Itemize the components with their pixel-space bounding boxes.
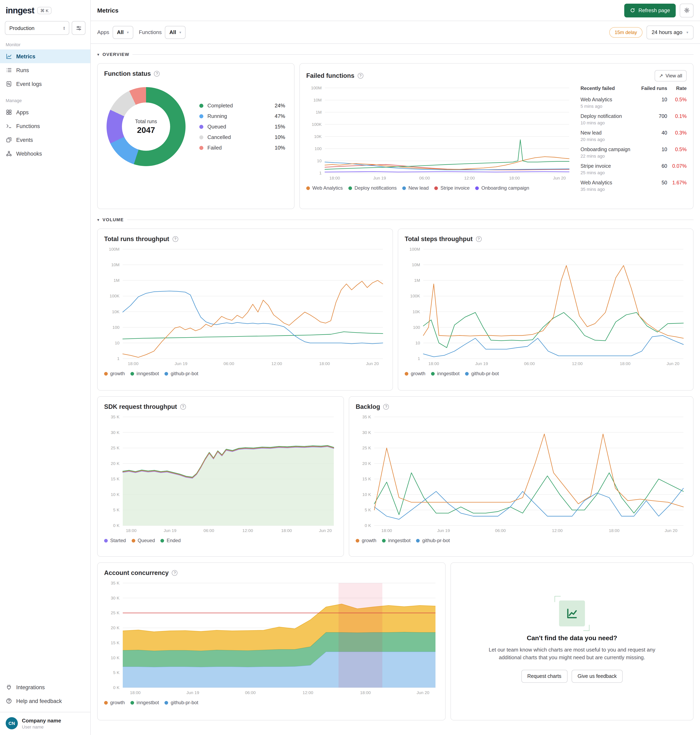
svg-text:15 K: 15 K (362, 476, 371, 481)
info-icon[interactable]: ? (172, 570, 178, 576)
legend-dot-icon (382, 539, 386, 542)
settings-button[interactable] (680, 3, 694, 17)
svg-text:30 K: 30 K (111, 430, 119, 435)
content: ▾ OVERVIEW Function status ? (91, 44, 700, 726)
sdk-legend: StartedQueuedEnded (104, 538, 337, 544)
chevron-down-icon: ▾ (127, 30, 129, 34)
function-status-donut: Total runs 2047 (107, 87, 185, 166)
info-icon[interactable]: ? (180, 404, 186, 409)
recently-failed-row[interactable]: Onboarding campaign22 mins ago100.5% (581, 144, 687, 161)
svg-text:1M: 1M (114, 278, 119, 283)
integrations-icon (6, 684, 12, 691)
svg-text:10M: 10M (313, 98, 322, 102)
delay-badge: 15m delay (609, 27, 642, 37)
svg-text:10: 10 (115, 340, 119, 345)
legend-dot-icon (104, 539, 108, 542)
svg-text:18:00: 18:00 (319, 361, 330, 366)
overview-section-header[interactable]: ▾ OVERVIEW (97, 49, 694, 59)
donut-legend: Completed24%Running47%Queued15%Cancelled… (199, 103, 285, 151)
svg-text:10: 10 (317, 158, 322, 163)
concurrency-legend: growthinngestbotgithub-pr-bot (104, 700, 439, 706)
sidebar-section-label: Manage (0, 91, 90, 105)
recently-failed-row[interactable]: Web Analytics35 mins ago501.67% (581, 177, 687, 194)
events-icon (6, 137, 12, 143)
legend-item: github-pr-bot (465, 371, 499, 376)
command-k-shortcut[interactable]: ⌘ K (37, 7, 51, 14)
recently-failed-row[interactable]: Deploy notification10 mins ago7000.1% (581, 111, 687, 128)
svg-text:06:00: 06:00 (245, 690, 256, 695)
svg-text:Jun 20: Jun 20 (366, 361, 379, 366)
sidebar-item-events[interactable]: Events (0, 133, 90, 147)
sidebar-item-integrations[interactable]: Integrations (0, 680, 90, 694)
legend-item: github-pr-bot (416, 538, 450, 544)
topbar: Metrics Refresh page (91, 0, 700, 21)
sidebar-item-webhooks[interactable]: Webhooks (0, 147, 90, 161)
failed-functions-legend: Web AnalyticsDeploy notificationsNew lea… (306, 185, 572, 191)
sidebar-item-apps[interactable]: Apps (0, 105, 90, 119)
svg-text:Jun 20: Jun 20 (417, 690, 429, 695)
recently-failed-table: Recently failed Failed runs Rate Web Ana… (581, 85, 687, 202)
sidebar: inngest ⌘ K Production ▴▾ MonitorMetrics… (0, 0, 91, 735)
environment-selector[interactable]: Production ▴▾ (5, 21, 69, 35)
legend-item: inngestbot (382, 538, 410, 544)
svg-text:100K: 100K (410, 293, 420, 298)
svg-text:10K: 10K (314, 134, 322, 139)
account-row[interactable]: CN Company name User name (0, 712, 90, 731)
apps-filter-label: Apps (97, 29, 109, 35)
function-status-card: Function status ? Total runs 2047 Comple… (97, 63, 294, 209)
give-feedback-button[interactable]: Give us feedback (571, 670, 623, 682)
info-icon[interactable]: ? (154, 71, 160, 77)
metrics-icon (6, 53, 12, 60)
info-icon[interactable]: ? (384, 404, 389, 409)
refresh-page-button[interactable]: Refresh page (624, 3, 676, 17)
svg-text:0 K: 0 K (113, 523, 119, 528)
svg-text:30 K: 30 K (111, 596, 119, 600)
total-runs-chart: 100M10M1M100K10K10010118:00Jun 1906:0012… (104, 246, 386, 367)
info-icon[interactable]: ? (358, 73, 363, 79)
view-all-button[interactable]: ↗ View all (654, 70, 687, 81)
environment-filter-button[interactable] (72, 21, 85, 35)
legend-dot-icon (165, 701, 168, 704)
apps-filter-dropdown[interactable]: All▾ (112, 26, 133, 39)
info-icon[interactable]: ? (476, 236, 481, 242)
sidebar-item-label: Integrations (16, 684, 45, 690)
legend-dot-icon (131, 372, 134, 376)
sidebar-item-event-logs[interactable]: Event logs (0, 77, 90, 91)
failed-functions-chart: 100M10M1M100K10K10010118:00Jun 1906:0012… (306, 85, 572, 182)
logo-row: inngest ⌘ K (0, 6, 90, 21)
recently-failed-row[interactable]: New lead20 mins ago400.3% (581, 128, 687, 144)
legend-item: growth (104, 371, 125, 376)
legend-item: growth (405, 371, 425, 376)
inngest-logo: inngest (6, 6, 34, 15)
volume-section-header[interactable]: ▾ VOLUME (97, 215, 694, 224)
sliders-icon (75, 25, 82, 31)
svg-text:Jun 19: Jun 19 (437, 528, 450, 533)
col-failed-runs: Failed runs (638, 85, 667, 91)
legend-dot-icon (131, 701, 134, 704)
request-charts-button[interactable]: Request charts (521, 670, 567, 682)
collapse-caret-icon: ▾ (97, 217, 99, 222)
svg-text:Jun 20: Jun 20 (553, 176, 566, 180)
account-concurrency-card: Account concurrency ? 35 K30 K25 K20 K15… (97, 563, 446, 720)
recently-failed-row[interactable]: Web Analytics5 mins ago100.5% (581, 94, 687, 111)
time-range-dropdown[interactable]: 24 hours ago▾ (646, 25, 694, 39)
svg-text:Jun 19: Jun 19 (186, 690, 199, 695)
backlog-legend: growthinngestbotgithub-pr-bot (356, 538, 687, 544)
legend-dot-icon (349, 186, 352, 190)
functions-filter-dropdown[interactable]: All▾ (165, 26, 185, 39)
info-icon[interactable]: ? (172, 236, 178, 242)
environment-label: Production (9, 25, 34, 31)
donut-center-label: Total runs (135, 118, 157, 124)
svg-text:15 K: 15 K (111, 476, 119, 481)
sidebar-item-functions[interactable]: Functions (0, 119, 90, 133)
feedback-title: Can't find the data you need? (527, 634, 618, 642)
sidebar-item-help-and-feedback[interactable]: Help and feedback (0, 694, 90, 708)
svg-text:18:00: 18:00 (620, 361, 631, 366)
donut-legend-row: Completed24% (199, 103, 285, 109)
sidebar-item-metrics[interactable]: Metrics (0, 49, 90, 63)
recently-failed-row[interactable]: Stripe invoice25 mins ago600.07% (581, 161, 687, 177)
legend-dot-icon (405, 372, 408, 376)
sidebar-item-runs[interactable]: Runs (0, 63, 90, 77)
svg-text:Jun 20: Jun 20 (665, 528, 677, 533)
sdk-chart: 35 K30 K25 K20 K15 K10 K5 K0 K18:00Jun 1… (104, 414, 337, 535)
